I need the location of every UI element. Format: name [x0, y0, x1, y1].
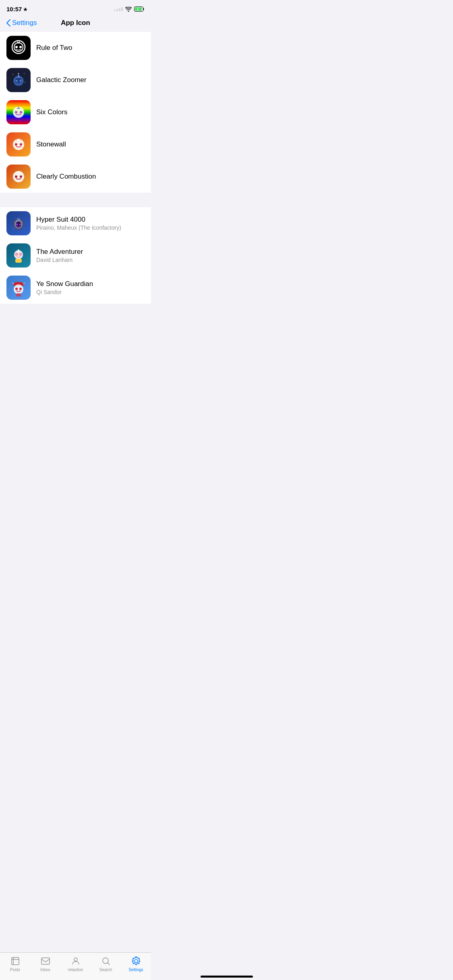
item-text: Stonewall [36, 140, 145, 148]
page-title: App Icon [61, 19, 90, 27]
app-icon-snow [6, 276, 31, 300]
app-icon-hyper [6, 211, 31, 235]
app-icon-clearly [6, 165, 31, 189]
community-icon-list: Hyper Suit 4000 Piraino, Maheux (The Ico… [0, 207, 151, 304]
svg-rect-65 [16, 293, 21, 296]
item-title: Clearly Combustion [36, 173, 145, 181]
app-icon-adventurer [6, 243, 31, 268]
svg-point-48 [17, 218, 20, 221]
section-gap [0, 193, 151, 207]
app-icon-six-colors [6, 100, 31, 124]
list-item[interactable]: Hyper Suit 4000 Piraino, Maheux (The Ico… [0, 207, 151, 239]
nav-bar: Settings App Icon [0, 16, 151, 32]
svg-point-17 [18, 73, 19, 74]
svg-point-64 [19, 288, 22, 290]
battery-icon [134, 6, 145, 12]
svg-point-13 [20, 80, 22, 82]
svg-point-5 [15, 46, 18, 48]
back-button[interactable]: Settings [6, 19, 37, 27]
item-subtitle: Qi Sandor [36, 289, 145, 295]
item-title: The Adventurer [36, 248, 145, 256]
app-icon-galactic [6, 68, 31, 92]
svg-point-7 [12, 74, 13, 75]
item-text: The Adventurer David Lanham [36, 248, 145, 263]
svg-point-12 [16, 80, 18, 82]
item-title: Hyper Suit 4000 [36, 216, 145, 224]
svg-point-8 [24, 73, 25, 74]
wifi-icon [125, 7, 132, 12]
svg-rect-61 [15, 282, 22, 284]
item-title: Galactic Zoomer [36, 76, 145, 84]
item-text: Six Colors [36, 108, 145, 116]
svg-rect-4 [17, 42, 20, 43]
item-text: Rule of Two [36, 44, 145, 52]
svg-rect-56 [15, 259, 22, 263]
list-item[interactable]: Clearly Combustion [0, 161, 151, 193]
item-title: Stonewall [36, 140, 145, 148]
svg-point-63 [15, 288, 18, 290]
svg-point-54 [16, 254, 17, 255]
list-item[interactable]: Galactic Zoomer [0, 64, 151, 96]
list-item[interactable]: Six Colors [0, 96, 151, 128]
item-title: Ye Snow Guardian [36, 280, 145, 288]
item-text: Hyper Suit 4000 Piraino, Maheux (The Ico… [36, 216, 145, 231]
item-subtitle: Piraino, Maheux (The Iconfactory) [36, 224, 145, 231]
app-icon-rule-of-two [6, 36, 31, 60]
svg-point-46 [12, 226, 16, 230]
back-label: Settings [12, 19, 37, 27]
list-item[interactable]: Ye Snow Guardian Qi Sandor [0, 272, 151, 304]
svg-point-22 [18, 107, 19, 108]
item-text: Ye Snow Guardian Qi Sandor [36, 280, 145, 295]
app-icon-stonewall [6, 132, 31, 156]
item-subtitle: David Lanham [36, 257, 145, 263]
status-bar: 10:57 [0, 0, 151, 16]
item-title: Six Colors [36, 108, 145, 116]
status-icons [114, 6, 145, 12]
svg-point-62 [14, 284, 23, 294]
svg-point-44 [16, 224, 18, 226]
svg-point-45 [19, 224, 21, 226]
item-text: Galactic Zoomer [36, 76, 145, 84]
svg-point-55 [20, 254, 21, 255]
main-icon-list: Rule of Two [0, 32, 151, 193]
svg-point-6 [19, 46, 22, 48]
item-text: Clearly Combustion [36, 173, 145, 181]
list-item[interactable]: Rule of Two [0, 32, 151, 64]
svg-point-9 [25, 82, 25, 83]
signal-icon [114, 7, 123, 11]
svg-rect-14 [17, 77, 20, 78]
time-display: 10:57 [6, 6, 22, 12]
svg-point-47 [21, 226, 25, 230]
item-title: Rule of Two [36, 44, 145, 52]
status-time: 10:57 [6, 6, 27, 12]
list-item[interactable]: The Adventurer David Lanham [0, 239, 151, 272]
list-item[interactable]: Stonewall [0, 128, 151, 161]
location-icon [23, 7, 27, 11]
